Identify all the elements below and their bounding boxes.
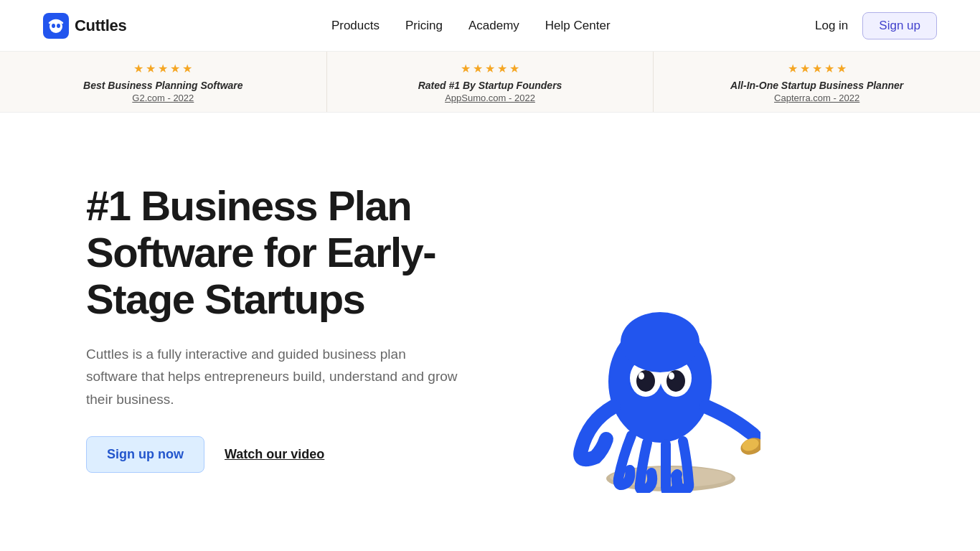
award-stars-g2: ★ ★ ★ ★ ★ xyxy=(133,62,192,75)
star-4: ★ xyxy=(170,62,180,75)
star-1: ★ xyxy=(133,62,143,75)
award-stars-capterra: ★ ★ ★ ★ ★ xyxy=(788,62,847,75)
svg-point-10 xyxy=(669,372,674,380)
star-3: ★ xyxy=(158,62,168,75)
star-3: ★ xyxy=(812,62,822,75)
star-2: ★ xyxy=(473,62,483,75)
brand-name: Cuttles xyxy=(75,17,126,35)
award-item-capterra: ★ ★ ★ ★ ★ All-In-One Startup Business Pl… xyxy=(654,52,980,112)
award-stars-appsumo: ★ ★ ★ ★ ★ xyxy=(461,62,519,75)
hero-heading: #1 Business Plan Software for Early-Stag… xyxy=(86,183,531,323)
star-1: ★ xyxy=(461,62,471,75)
svg-point-8 xyxy=(666,370,685,392)
star-half: ★ xyxy=(509,62,519,75)
cta-row: Sign up now Watch our video xyxy=(86,436,531,473)
award-source-appsumo[interactable]: AppSumo.com - 2022 xyxy=(445,93,535,103)
star-2: ★ xyxy=(800,62,810,75)
mascot-illustration xyxy=(560,306,760,493)
award-title-capterra: All-In-One Startup Business Planner xyxy=(730,80,903,91)
nav-pricing[interactable]: Pricing xyxy=(405,19,443,33)
star-2: ★ xyxy=(146,62,156,75)
award-title-g2: Best Business Planning Software xyxy=(83,80,243,91)
star-1: ★ xyxy=(788,62,798,75)
award-source-capterra[interactable]: Capterra.com - 2022 xyxy=(774,93,859,103)
svg-point-7 xyxy=(636,370,655,392)
star-3: ★ xyxy=(485,62,495,75)
mascot-area xyxy=(531,163,789,493)
nav-academy[interactable]: Academy xyxy=(468,19,519,33)
awards-bar: ★ ★ ★ ★ ★ Best Business Planning Softwar… xyxy=(0,52,980,113)
svg-point-3 xyxy=(57,24,60,28)
star-5: ★ xyxy=(837,62,847,75)
award-title-appsumo: Rated #1 By Startup Founders xyxy=(418,80,562,91)
svg-point-11 xyxy=(621,312,699,372)
cuttles-logo-icon xyxy=(43,13,69,39)
signup-now-button[interactable]: Sign up now xyxy=(86,436,204,473)
award-source-g2[interactable]: G2.com - 2022 xyxy=(132,93,194,103)
svg-point-2 xyxy=(52,24,55,28)
nav-products[interactable]: Products xyxy=(331,19,380,33)
navbar: Cuttles Products Pricing Academy Help Ce… xyxy=(0,0,980,52)
star-4: ★ xyxy=(497,62,507,75)
award-item-appsumo: ★ ★ ★ ★ ★ Rated #1 By Startup Founders A… xyxy=(327,52,654,112)
nav-links: Products Pricing Academy Help Center xyxy=(331,19,611,33)
hero-description: Cuttles is a fully interactive and guide… xyxy=(86,343,459,410)
login-link[interactable]: Log in xyxy=(815,19,848,33)
star-4: ★ xyxy=(824,62,834,75)
svg-point-9 xyxy=(639,372,644,380)
watch-video-link[interactable]: Watch our video xyxy=(225,447,324,462)
star-5: ★ xyxy=(182,62,192,75)
logo-area: Cuttles xyxy=(43,13,126,39)
award-item-g2: ★ ★ ★ ★ ★ Best Business Planning Softwar… xyxy=(0,52,327,112)
nav-help-center[interactable]: Help Center xyxy=(545,19,611,33)
hero-section: #1 Business Plan Software for Early-Stag… xyxy=(0,113,980,529)
auth-buttons: Log in Sign up xyxy=(815,12,937,39)
hero-content: #1 Business Plan Software for Early-Stag… xyxy=(86,183,531,473)
signup-button[interactable]: Sign up xyxy=(862,12,937,39)
